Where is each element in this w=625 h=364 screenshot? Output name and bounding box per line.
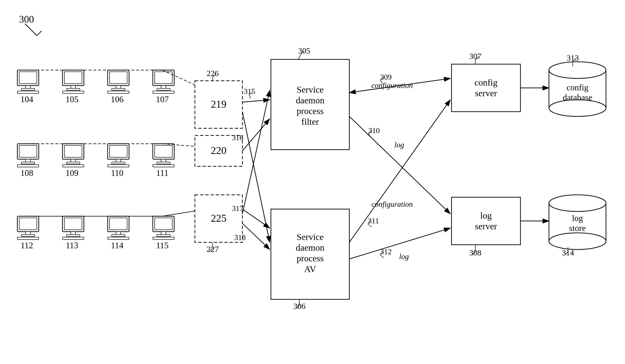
ref-310: 310: [368, 126, 380, 135]
config-db-top: [549, 62, 606, 78]
ref-316: 316: [232, 133, 243, 142]
ref-307: 307: [469, 52, 481, 61]
ref-313: 313: [567, 54, 579, 62]
log-label-bottom: log: [399, 252, 409, 261]
group-219-label: 219: [211, 98, 226, 110]
filter-label-3: process: [297, 106, 324, 116]
label-107: 107: [156, 94, 169, 104]
ref-318: 318: [234, 233, 246, 242]
config-db-label-2: database: [563, 93, 592, 102]
log-label-top: log: [395, 140, 404, 149]
config-label-bottom: configuration: [372, 200, 413, 208]
label-115: 115: [156, 241, 169, 250]
av-label-4: AV: [304, 264, 316, 274]
log-server-box: [452, 197, 520, 245]
label-108: 108: [20, 168, 33, 178]
ref-226: 226: [207, 69, 219, 78]
filter-label-4: filter: [301, 117, 319, 127]
log-store-label-1: log: [572, 213, 583, 223]
ref-311: 311: [368, 216, 379, 225]
svg-rect-0: [0, 0, 625, 364]
label-104: 104: [20, 94, 33, 104]
log-server-label-1: log: [480, 211, 492, 220]
label-112: 112: [21, 241, 33, 250]
ref-312: 312: [380, 247, 392, 256]
config-server-label-2: server: [475, 88, 497, 98]
label-105: 105: [65, 94, 78, 104]
av-label-2: daemon: [296, 243, 324, 253]
filter-label-2: daemon: [296, 95, 324, 105]
config-db-bottom: [549, 100, 606, 117]
config-server-label-1: config: [474, 77, 497, 88]
log-store-bottom: [549, 233, 606, 249]
label-106: 106: [111, 94, 124, 104]
ref-309: 309: [380, 73, 392, 81]
log-store-label-2: store: [569, 223, 586, 233]
av-label-1: Service: [297, 232, 324, 242]
filter-label-1: Service: [297, 85, 324, 94]
label-109: 109: [65, 168, 78, 178]
label-113: 113: [66, 241, 78, 250]
av-label-3: process: [297, 253, 324, 263]
diagram-title: 300: [19, 14, 34, 25]
ref-305: 305: [298, 46, 310, 55]
ref-317: 317: [232, 204, 243, 213]
label-110: 110: [111, 168, 124, 178]
config-db-label-1: config: [566, 83, 588, 92]
label-114: 114: [111, 241, 124, 250]
group-220-label: 220: [211, 145, 226, 156]
group-225-label: 225: [211, 212, 226, 224]
label-111: 111: [156, 168, 168, 178]
config-label-top: configuration: [372, 81, 413, 90]
log-server-label-2: server: [475, 221, 497, 231]
log-store-top: [549, 195, 606, 212]
config-server-box: [452, 64, 520, 112]
